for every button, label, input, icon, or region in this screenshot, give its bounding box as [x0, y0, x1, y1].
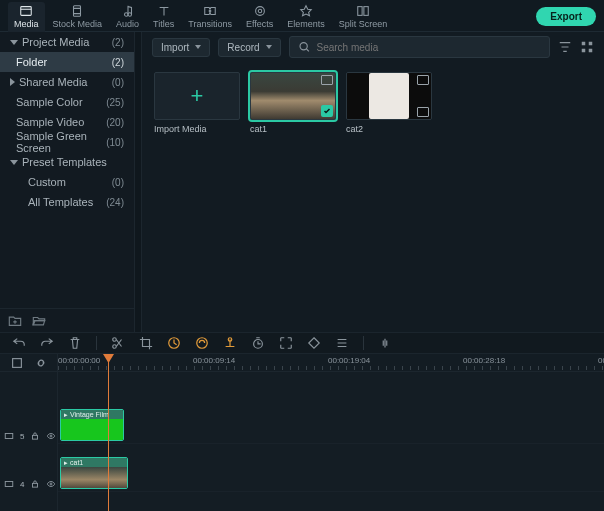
tab-elements[interactable]: Elements	[281, 2, 331, 32]
clip-label: cat1	[70, 459, 83, 466]
search-media[interactable]	[289, 36, 550, 58]
track-number: 5	[20, 432, 24, 441]
open-folder-icon[interactable]	[32, 314, 46, 328]
svg-point-22	[51, 435, 53, 437]
sidebar-item-preset-templates[interactable]: Preset Templates	[0, 152, 134, 172]
sidebar-count: (2)	[112, 37, 124, 48]
tile-label: Import Media	[154, 124, 240, 134]
playhead[interactable]	[108, 354, 109, 511]
link-icon[interactable]	[34, 356, 48, 370]
chevron-down-icon	[266, 45, 272, 49]
keyframe-icon[interactable]	[307, 336, 321, 350]
timeline-ruler[interactable]: 00:00:00:0000:00:09:1400:00:19:0400:00:2…	[58, 354, 604, 372]
expand-arrow-icon	[10, 40, 18, 45]
lock-icon[interactable]	[30, 431, 40, 441]
track-head-2[interactable]: 4	[0, 460, 57, 508]
svg-point-25	[51, 483, 53, 485]
stock-icon	[70, 4, 84, 18]
sidebar-label: Shared Media	[19, 76, 88, 88]
crop-icon[interactable]	[139, 336, 153, 350]
tab-media[interactable]: Media	[8, 2, 45, 32]
split-icon[interactable]	[111, 336, 125, 350]
elements-icon	[299, 4, 313, 18]
svg-rect-1	[74, 6, 81, 17]
sidebar-item-shared-media[interactable]: Shared Media(0)	[0, 72, 134, 92]
clip-play-icon: ▸	[64, 459, 68, 467]
sidebar-item-folder[interactable]: Folder(2)	[0, 52, 134, 72]
sidebar-label: Folder	[16, 56, 47, 68]
filter-icon[interactable]	[558, 40, 572, 54]
sidebar-count: (0)	[112, 177, 124, 188]
eye-icon[interactable]	[46, 479, 56, 489]
titles-icon	[157, 4, 171, 18]
tab-audio[interactable]: Audio	[110, 2, 145, 32]
svg-rect-9	[582, 42, 586, 46]
track-head-1[interactable]: 5	[0, 412, 57, 460]
clip-vintage-film[interactable]: ▸Vintage Film	[60, 409, 124, 441]
tab-label: Elements	[287, 19, 325, 29]
tab-label: Titles	[153, 19, 174, 29]
ruler-timecode: 00:00:19:04	[328, 356, 370, 365]
speed-slow-icon[interactable]	[167, 336, 181, 350]
svg-point-13	[113, 338, 117, 342]
expand-arrow-icon	[10, 160, 18, 165]
tab-effects[interactable]: Effects	[240, 2, 279, 32]
sidebar-item-all-templates[interactable]: All Templates(24)	[0, 192, 134, 212]
undo-icon[interactable]	[12, 336, 26, 350]
media-tile-cat1[interactable]: cat1	[250, 72, 336, 134]
timeline-track-1[interactable]: ▸Vintage Film	[58, 406, 604, 444]
delete-icon[interactable]	[68, 336, 82, 350]
audio-icon[interactable]	[378, 336, 392, 350]
sidebar-count: (10)	[106, 137, 124, 148]
redo-icon[interactable]	[40, 336, 54, 350]
thumbnail: +	[154, 72, 240, 120]
transitions-icon	[203, 4, 217, 18]
tile-label: cat2	[346, 124, 432, 134]
sidebar-item-sample-video[interactable]: Sample Video(20)	[0, 112, 134, 132]
sidebar-count: (2)	[112, 57, 124, 68]
media-tile-import-media[interactable]: +Import Media	[154, 72, 240, 134]
record-label: Record	[227, 42, 259, 53]
search-icon	[298, 40, 311, 54]
panel-resize-handle[interactable]	[135, 32, 142, 332]
timeline-track-2[interactable]: ▸cat1	[58, 454, 604, 492]
sidebar-item-custom[interactable]: Custom(0)	[0, 172, 134, 192]
sidebar-item-sample-green-screen[interactable]: Sample Green Screen(10)	[0, 132, 134, 152]
expand-icon[interactable]	[279, 336, 293, 350]
svg-point-4	[258, 9, 262, 13]
search-input[interactable]	[317, 42, 542, 53]
speed-ramp-icon[interactable]	[223, 336, 237, 350]
lock-icon[interactable]	[30, 479, 40, 489]
eye-icon[interactable]	[46, 431, 56, 441]
export-button[interactable]: Export	[536, 7, 596, 26]
video-track-icon	[4, 479, 14, 489]
sidebar-label: Sample Green Screen	[16, 130, 106, 154]
record-dropdown[interactable]: Record	[218, 38, 280, 57]
import-dropdown[interactable]: Import	[152, 38, 210, 57]
sidebar-item-sample-color[interactable]: Sample Color(25)	[0, 92, 134, 112]
tab-stock[interactable]: Stock Media	[47, 2, 109, 32]
svg-rect-19	[12, 358, 21, 367]
new-folder-icon[interactable]	[8, 314, 22, 328]
sidebar-label: Sample Color	[16, 96, 83, 108]
duration-icon[interactable]	[251, 336, 265, 350]
match-cut-icon[interactable]	[10, 356, 24, 370]
film-badge-icon	[417, 75, 429, 85]
svg-rect-6	[358, 7, 362, 16]
tab-label: Transitions	[188, 19, 232, 29]
sidebar-item-project-media[interactable]: Project Media(2)	[0, 32, 134, 52]
tab-titles[interactable]: Titles	[147, 2, 180, 32]
menu-icon[interactable]	[335, 336, 349, 350]
clip-label: Vintage Film	[70, 411, 109, 418]
grid-view-icon[interactable]	[580, 40, 594, 54]
svg-point-16	[197, 338, 208, 349]
tab-transitions[interactable]: Transitions	[182, 2, 238, 32]
clip-cat1[interactable]: ▸cat1	[60, 457, 128, 489]
tab-split[interactable]: Split Screen	[333, 2, 394, 32]
sidebar-count: (25)	[106, 97, 124, 108]
speed-fast-icon[interactable]	[195, 336, 209, 350]
media-tile-cat2[interactable]: cat2	[346, 72, 432, 134]
film-badge-icon	[321, 75, 333, 85]
sidebar-label: Custom	[28, 176, 66, 188]
sidebar-count: (20)	[106, 117, 124, 128]
